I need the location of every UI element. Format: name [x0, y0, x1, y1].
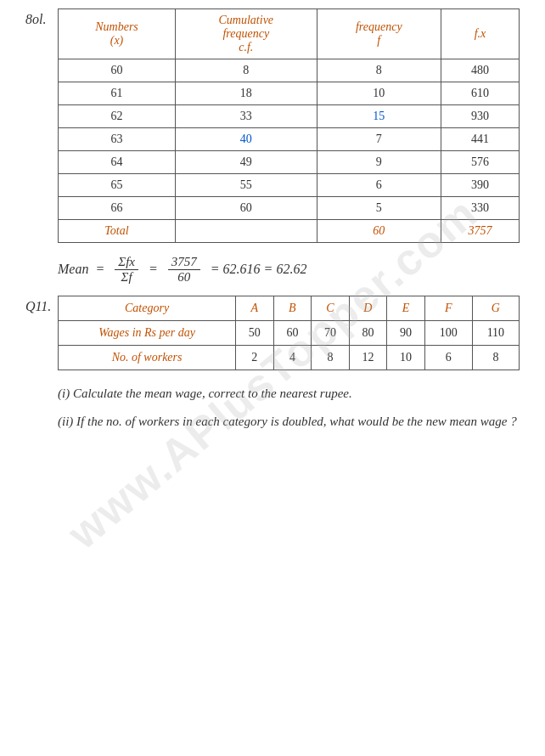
- mean-result: = 62.616 = 62.62: [211, 262, 307, 277]
- table-row: 611810610: [59, 82, 520, 105]
- q11-header-row: CategoryABCDEFG: [59, 296, 520, 321]
- cell-value: 4: [273, 346, 312, 370]
- col-header-f: frequencyf: [317, 9, 441, 59]
- cell-x: 61: [59, 82, 176, 105]
- cell-f: 8: [317, 59, 441, 82]
- q11-label: Q11.: [25, 296, 58, 314]
- section-q10: 8ol. Numbers(x) Cumulativefrequencyc.f. …: [25, 8, 520, 243]
- cell-x: 64: [59, 151, 176, 174]
- cell-value: 60: [273, 321, 312, 346]
- mean-fraction-2: 3757 60: [168, 255, 200, 284]
- col-header-category: Category: [59, 296, 236, 321]
- cell-cf: 55: [176, 174, 317, 197]
- cell-f: 15: [317, 105, 441, 128]
- cell-f: 6: [317, 174, 441, 197]
- cell-value: 8: [472, 346, 519, 370]
- mean-label: Mean: [58, 262, 88, 277]
- mean-den2: 60: [174, 270, 194, 285]
- q11-table-container: CategoryABCDEFG Wages in Rs per day50607…: [58, 296, 520, 370]
- q10-label: 8ol.: [25, 8, 58, 27]
- cell-x: 62: [59, 105, 176, 128]
- mean-equals-1: =: [95, 262, 104, 277]
- col-header-e: E: [387, 296, 425, 321]
- mean-fraction-1: Σfx Σf: [115, 255, 138, 284]
- cell-f: 7: [317, 128, 441, 151]
- cell-value: 8: [312, 346, 350, 370]
- mean-equals-2: =: [149, 262, 158, 277]
- cell-cf: 49: [176, 151, 317, 174]
- q11-table: CategoryABCDEFG Wages in Rs per day50607…: [58, 296, 520, 370]
- q10-table: Numbers(x) Cumulativefrequencyc.f. frequ…: [58, 8, 520, 243]
- cell-cf: 33: [176, 105, 317, 128]
- mean-calculation: Mean = Σfx Σf = 3757 60 = 62.616 = 62.62: [58, 255, 520, 284]
- cell-value: 50: [236, 321, 274, 346]
- cell-fx: 480: [441, 59, 520, 82]
- table-row: 63407441: [59, 128, 520, 151]
- cell-value: 70: [312, 321, 350, 346]
- cell-fx: 930: [441, 105, 520, 128]
- table-row: No. of workers248121068: [59, 346, 520, 370]
- row-label: Wages in Rs per day: [59, 321, 236, 346]
- cell-cf: 18: [176, 82, 317, 105]
- cell-x: 65: [59, 174, 176, 197]
- cell-cf: 60: [176, 197, 317, 220]
- cell-value: 90: [387, 321, 425, 346]
- sub-question-1: (i) Calculate the mean wage, correct to …: [58, 384, 520, 403]
- q10-total-row: Total 60 3757: [59, 220, 520, 243]
- table-row: 6088480: [59, 59, 520, 82]
- table-row: 623315930: [59, 105, 520, 128]
- mean-den: Σf: [118, 270, 136, 285]
- col-header-numbers: Numbers(x): [59, 9, 176, 59]
- cell-value: 110: [472, 321, 519, 346]
- total-fx: 3757: [441, 220, 520, 243]
- table-row: 66605330: [59, 197, 520, 220]
- cell-value: 100: [424, 321, 472, 346]
- col-header-fx: f.x: [441, 9, 520, 59]
- cell-value: 10: [387, 346, 425, 370]
- col-header-b: B: [273, 296, 312, 321]
- cell-x: 66: [59, 197, 176, 220]
- mean-num: Σfx: [115, 255, 138, 270]
- table-row: Wages in Rs per day5060708090100110: [59, 321, 520, 346]
- total-blank: [176, 220, 317, 243]
- col-header-f: F: [424, 296, 472, 321]
- cell-f: 9: [317, 151, 441, 174]
- cell-fx: 441: [441, 128, 520, 151]
- cell-fx: 330: [441, 197, 520, 220]
- q10-table-container: Numbers(x) Cumulativefrequencyc.f. frequ…: [58, 8, 520, 243]
- table-row: 64499576: [59, 151, 520, 174]
- cell-value: 80: [349, 321, 387, 346]
- mean-num2: 3757: [168, 255, 200, 270]
- cell-cf: 40: [176, 128, 317, 151]
- table-row: 65556390: [59, 174, 520, 197]
- cell-fx: 390: [441, 174, 520, 197]
- cell-value: 12: [349, 346, 387, 370]
- cell-fx: 610: [441, 82, 520, 105]
- col-header-c: C: [312, 296, 350, 321]
- cell-value: 2: [236, 346, 274, 370]
- cell-x: 63: [59, 128, 176, 151]
- col-header-g: G: [472, 296, 519, 321]
- col-header-cf: Cumulativefrequencyc.f.: [176, 9, 317, 59]
- cell-f: 10: [317, 82, 441, 105]
- cell-cf: 8: [176, 59, 317, 82]
- sub-question-2: (ii) If the no. of workers in each categ…: [58, 412, 520, 432]
- sub-questions: (i) Calculate the mean wage, correct to …: [58, 384, 520, 431]
- col-header-a: A: [236, 296, 274, 321]
- total-f: 60: [317, 220, 441, 243]
- cell-f: 5: [317, 197, 441, 220]
- total-label: Total: [59, 220, 176, 243]
- row-label: No. of workers: [59, 346, 236, 370]
- col-header-d: D: [349, 296, 387, 321]
- page: www.APlusTopper.com 8ol. Numbers(x) Cumu…: [0, 0, 545, 756]
- section-q11: Q11. CategoryABCDEFG Wages in Rs per day…: [25, 296, 520, 370]
- cell-value: 6: [424, 346, 472, 370]
- cell-fx: 576: [441, 151, 520, 174]
- cell-x: 60: [59, 59, 176, 82]
- q10-header-row: Numbers(x) Cumulativefrequencyc.f. frequ…: [59, 9, 520, 59]
